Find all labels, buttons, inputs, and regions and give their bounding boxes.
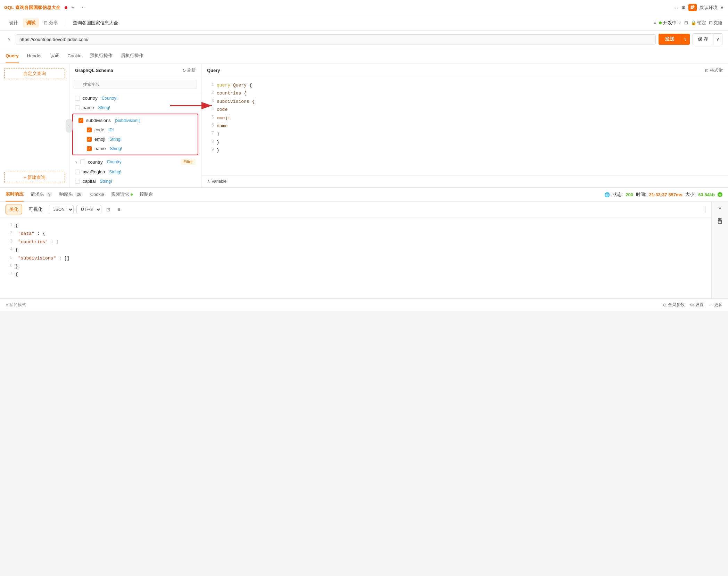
schema-field-type-name-sub[interactable]: String! (110, 146, 122, 151)
global-params-button[interactable]: ⊙ 全局参数 (663, 302, 685, 308)
variable-panel[interactable]: ∧ Variable (201, 175, 728, 187)
schema-checkbox-awsregion[interactable] (75, 170, 80, 174)
save-button[interactable]: 保 存 (693, 33, 713, 45)
layout-icon[interactable]: ⊞ (684, 20, 688, 25)
schema-checkbox-country[interactable] (75, 96, 80, 101)
refresh-icon: ↻ (182, 68, 186, 73)
tab-query[interactable]: Query (6, 49, 19, 63)
save-dropdown-button[interactable]: ∨ (713, 33, 722, 45)
status-bar: « 精简模式 ⊙ 全局参数 ⚙ 设置 ··· 更多 (0, 298, 728, 311)
schema-field-name-name: name (83, 105, 94, 110)
code-line-8: 8 } (207, 138, 722, 146)
simple-mode-button[interactable]: « 精简模式 (6, 302, 26, 308)
schema-field-type-subdivisions[interactable]: [Subdivision!] (115, 118, 140, 123)
send-button[interactable]: 发送 (659, 34, 681, 45)
schema-field-type-emoji[interactable]: String! (109, 137, 122, 142)
schema-field-type-country-filter[interactable]: Country (107, 159, 122, 164)
json-line-2: 2 "data" : { (6, 230, 706, 238)
tab-console[interactable]: 控制台 (140, 188, 153, 201)
schema-collapse-arrow[interactable]: ∨ (75, 160, 77, 164)
response-area: 实时响应 请求头 9 响应头 26 Cookie 实际请求 控制台 🌐 状态: … (0, 187, 728, 298)
right-panel-grid-icon[interactable]: ⊟ (718, 219, 722, 225)
response-toolbar: 美化 可视化 JSON UTF-8 ⊡ ≡ (0, 202, 711, 217)
lock-icon: 🔒 (691, 20, 696, 25)
design-tab-button[interactable]: 设计 (6, 18, 22, 27)
schema-checkbox-capital[interactable] (75, 179, 80, 184)
schema-checkbox-subdivisions[interactable]: ✓ (78, 118, 83, 123)
env-name[interactable]: 默认环境 (700, 5, 718, 11)
tab-response-headers[interactable]: 响应头 26 (59, 188, 83, 201)
copy-button[interactable]: ⊡ (104, 205, 113, 214)
expand-button[interactable]: ⤢ (720, 67, 724, 73)
schema-field-type-name[interactable]: String! (98, 105, 110, 110)
debug-tab-button[interactable]: 调试 (23, 18, 39, 27)
schema-field-type-awsregion[interactable]: String! (109, 170, 121, 174)
nav-back-button[interactable]: ‹ (674, 5, 676, 11)
schema-item-country-filter: ∨ country Country Filter (69, 157, 201, 167)
new-query-button[interactable]: + 新建查询 (4, 172, 65, 183)
env-dropdown-icon[interactable]: ∨ (720, 5, 724, 10)
nav-forward-button[interactable]: › (677, 5, 679, 11)
encoding-select[interactable]: UTF-8 (76, 205, 101, 214)
tab-actual-request[interactable]: 实际请求 (111, 188, 133, 201)
response-content-wrapper: 美化 可视化 JSON UTF-8 ⊡ ≡ 1 { (0, 202, 728, 298)
filter-badge[interactable]: Filter (181, 159, 196, 165)
schema-search-input[interactable] (74, 80, 197, 89)
url-input[interactable] (16, 34, 656, 44)
beautify-button[interactable]: 美化 (6, 205, 22, 214)
schema-checkbox-name-sub[interactable]: ✓ (87, 146, 92, 151)
size-dot: ● (718, 192, 722, 197)
schema-checkbox-country-filter[interactable] (80, 159, 85, 164)
schema-checkbox-emoji[interactable]: ✓ (87, 137, 92, 142)
tab-response-cookie[interactable]: Cookie (90, 188, 104, 201)
schema-checkbox-name[interactable] (75, 105, 80, 110)
schema-field-type-code[interactable]: ID! (108, 127, 114, 132)
tab-pre-exec[interactable]: 预执行操作 (90, 48, 113, 64)
size-value: 63.84kb (698, 192, 715, 197)
visualize-button[interactable]: 可视化 (25, 205, 46, 214)
filter-button[interactable]: ≡ (115, 205, 122, 214)
schema-search-wrapper: 🔍 (74, 80, 197, 89)
share-button[interactable]: ⊡ 分享 (40, 18, 61, 27)
code-line-9: 9 } (207, 146, 722, 154)
schema-field-type-capital[interactable]: String! (100, 179, 112, 184)
status-dropdown-icon[interactable]: ∨ (678, 20, 681, 25)
sidebar-custom-query-label: 自定义查询 (4, 68, 65, 79)
url-collapse-button[interactable]: ∨ (6, 36, 13, 42)
code-editor[interactable]: 1 query Query { 2 countries { 3 subdivis… (201, 77, 728, 175)
tab-request-headers[interactable]: 请求头 9 (31, 188, 52, 201)
more-tabs-button[interactable]: ··· (79, 5, 86, 11)
actual-request-dot (131, 194, 133, 196)
response-headers-badge: 26 (75, 192, 83, 197)
clone-icon: ⊡ (709, 20, 713, 25)
schema-field-type-country[interactable]: Country! (102, 96, 117, 101)
tab-auth[interactable]: 认证 (50, 48, 59, 64)
size-label: 大小: (685, 191, 696, 198)
filter-icon[interactable]: ≡ (653, 20, 656, 25)
url-bar: ∨ 发送 ∨ 保 存 ∨ (0, 31, 728, 48)
format-select[interactable]: JSON (49, 205, 74, 214)
tab-cookie[interactable]: Cookie (67, 49, 81, 63)
unsaved-indicator (65, 6, 67, 9)
lock-button[interactable]: 🔒 锁定 (691, 20, 706, 26)
tab-post-exec[interactable]: 后执行操作 (121, 48, 143, 64)
sidebar-collapse-button[interactable]: ‹ (66, 119, 73, 133)
more-button[interactable]: ··· 更多 (709, 302, 722, 308)
new-tab-button[interactable]: + (70, 5, 76, 11)
nav-arrows: ‹ › (674, 5, 679, 11)
clone-button[interactable]: ⊡ 克隆 (709, 20, 722, 26)
settings-button[interactable]: ⚙ 设置 (690, 302, 704, 308)
schema-refresh-button[interactable]: ↻ 刷新 (182, 67, 196, 73)
schema-highlighted-group: ✓ subdivisions [Subdivision!] ✓ code ID!… (72, 114, 198, 155)
json-line-3: 3 "countries" : [ (6, 238, 706, 246)
tab-realtime[interactable]: 实时响应 (6, 188, 24, 201)
top-bar: GQL 查询各国国家信息大全 + ··· ‹ › ⚙ 默 默认环境 ∨ (0, 0, 728, 15)
app-title: GQL 查询各国国家信息大全 (4, 5, 60, 11)
schema-checkbox-code[interactable]: ✓ (87, 127, 92, 132)
send-dropdown-button[interactable]: ∨ (681, 34, 690, 45)
sidebar: 自定义查询 ‹ + 新建查询 (0, 64, 69, 187)
settings-icon[interactable]: ⚙ (681, 5, 686, 10)
response-status: 🌐 状态: 200 时间: 21:33:37 557ms 大小: 63.84kb… (604, 191, 722, 198)
right-panel-collapse-icon[interactable]: « (719, 205, 721, 210)
tab-header[interactable]: Header (27, 49, 42, 63)
